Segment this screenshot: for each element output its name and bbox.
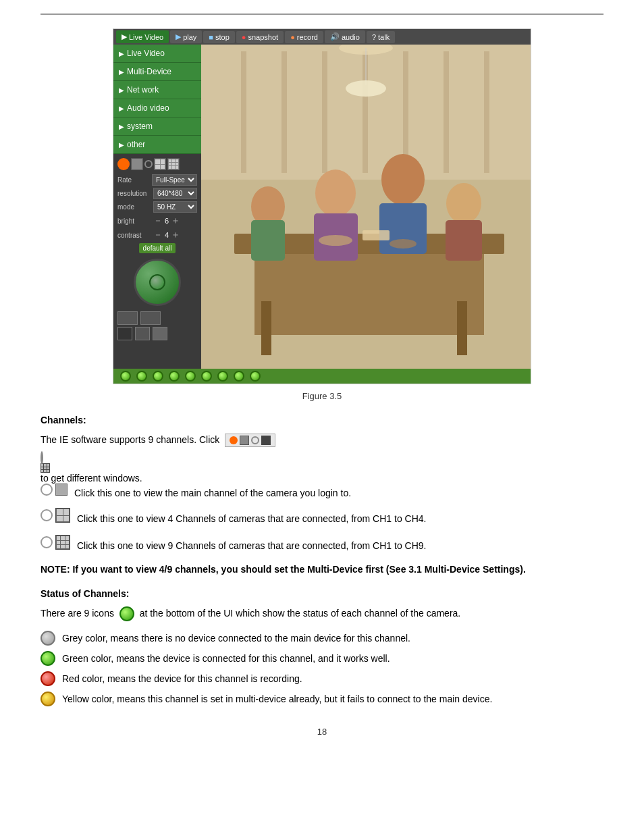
sidebar-btn-1[interactable] [117,311,138,325]
sidebar-btn-2[interactable] [140,311,161,325]
status-dot-2[interactable] [136,371,147,382]
circle-empty-icon-2 [41,509,53,521]
sidebar-item-system[interactable]: ▶ system [113,118,201,136]
arrow-icon: ▶ [119,68,124,76]
status-red-row: Red color, means the device for this cha… [41,671,603,686]
status-intro-text: There are 9 icons at the bottom of the U… [41,606,603,621]
status-dot-4[interactable] [169,371,180,382]
red-status-icon [41,671,55,686]
sidebar-btn-4[interactable] [135,327,150,340]
channel-single-btn[interactable] [131,158,143,170]
channel-nine-btn[interactable] [167,158,180,170]
sidebar-controls: Rate Full-Spee resolution 640*480 [113,154,201,369]
contrast-plus[interactable]: ＋ [171,229,180,241]
video-feed [201,45,531,369]
status-dot-5[interactable] [185,371,196,382]
channel-quad-btn[interactable] [154,158,166,170]
status-dot-7[interactable] [217,371,228,382]
bottom-sidebar-buttons [117,311,197,325]
channel-single-active[interactable] [117,158,130,170]
status-green-row: Green color, means the device is connect… [41,651,603,666]
status-bar [113,369,531,384]
strip-grid2-icon [261,436,271,445]
audio-button[interactable]: 🔊 audio [325,30,365,43]
contrast-value: 4 [165,231,169,239]
status-dot-3[interactable] [153,371,163,382]
live-video-button[interactable]: ▶ Live Video [116,30,169,43]
channel-item-1: Click this one to view the main channel … [41,484,603,502]
svg-point-19 [446,183,481,224]
inline-channel-strip [225,434,275,447]
bright-value: 6 [165,217,169,225]
mode-control: mode 50 HZ [117,201,197,213]
status-channels-section: Status of Channels: There are 9 icons at… [41,588,603,706]
circle-empty-icon [41,484,53,496]
figure-screenshot: ▶ Live Video ▶ play ■ stop ● snapshot ● … [41,28,603,384]
arrow-icon: ▶ [119,50,124,57]
sidebar-btn-5[interactable] [153,327,167,340]
arrow-icon: ▶ [119,141,124,149]
svg-rect-2 [241,51,246,173]
rate-select[interactable]: Full-Spee [152,174,197,186]
figure-caption: Figure 3.5 [41,391,603,401]
sidebar-item-live-video[interactable]: ▶ Live Video [113,45,201,63]
grid2x2-icon [55,508,70,523]
channels-section: Channels: The IE software supports 9 cha… [41,415,603,577]
status-dot-8[interactable] [234,371,244,382]
talk-button[interactable]: ? talk [367,31,395,43]
svg-rect-23 [363,230,390,240]
arrow-icon: ▶ [119,123,124,130]
ch-icon-1 [41,484,68,496]
svg-rect-8 [484,51,489,173]
green-status-icon [41,651,55,666]
sidebar-btn-3[interactable] [117,327,132,340]
play-small-icon: ▶ [176,32,181,41]
sidebar-item-audio-video[interactable]: ▶ Audio video [113,99,201,118]
svg-rect-7 [444,51,449,173]
joystick-center [149,274,165,290]
snapshot-button[interactable]: ● snapshot [236,31,284,43]
svg-rect-12 [457,301,467,355]
channel-circle[interactable] [144,160,153,168]
bright-minus[interactable]: － [153,215,163,227]
bright-plus[interactable]: ＋ [171,215,180,227]
svg-point-26 [346,80,386,97]
joystick[interactable] [134,259,181,306]
sidebar-item-network[interactable]: ▶ Net work [113,81,201,99]
resolution-select[interactable]: 640*480 [153,188,197,199]
strip-dot-active [230,436,238,444]
svg-rect-10 [254,254,484,335]
sidebar-item-other[interactable]: ▶ other [113,136,201,154]
video-area [201,45,531,369]
contrast-minus[interactable]: － [153,229,163,241]
status-yellow-row: Yellow color, means this channel is set … [41,692,603,706]
svg-rect-5 [363,51,368,173]
svg-point-17 [381,154,425,205]
snapshot-icon: ● [242,33,246,41]
record-button[interactable]: ● record [285,31,323,43]
bottom-sidebar-buttons-2 [117,327,197,340]
top-divider [41,14,603,15]
channels-intro-text: The IE software supports 9 channels. Cli… [41,432,603,447]
stop-button[interactable]: ■ stop [203,31,234,43]
svg-rect-14 [251,220,285,261]
rate-control: Rate Full-Spee [117,174,197,186]
mode-select[interactable]: 50 HZ [153,201,197,213]
contrast-control: contrast － 4 ＋ [117,229,197,241]
channel-buttons [117,158,197,170]
status-dot-6[interactable] [201,371,212,382]
channel-item-3: Click this one to view 9 Channels of cam… [41,535,603,556]
ui-window: ▶ Live Video ▶ play ■ stop ● snapshot ● … [113,28,531,384]
page-number: 18 [41,727,603,737]
resolution-control: resolution 640*480 [117,188,197,199]
status-dot-1[interactable] [120,371,131,382]
play-button[interactable]: ▶ play [170,30,202,43]
square-icon [55,484,68,496]
sidebar-item-multi-device[interactable]: ▶ Multi-Device [113,63,201,81]
status-dot-9[interactable] [250,371,261,382]
grid3x3-icon [55,535,70,550]
default-all-button[interactable]: default all [139,243,176,253]
channels-title: Channels: [41,415,603,425]
status-grey-row: Grey color, means there is no device con… [41,631,603,646]
strip-dot-empty2 [41,451,43,465]
